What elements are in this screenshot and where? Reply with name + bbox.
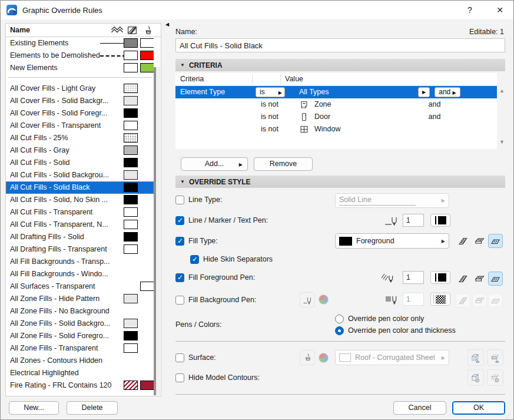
add-criteria-button[interactable]: Add... ▶ [181, 157, 248, 171]
list-item[interactable]: Fire Rating - FRL Contains 120 [6, 379, 154, 392]
criteria-row[interactable]: is not Zone and [175, 98, 497, 111]
line-type-checkbox[interactable] [175, 196, 184, 204]
list-item[interactable]: All Zone Fills - Hide Pattern [6, 293, 154, 305]
fill-background-pen-checkbox[interactable] [175, 296, 184, 305]
fill-swatch [124, 244, 138, 254]
panel-splitter-icon[interactable]: ◀ [165, 22, 169, 27]
rules-list-panel: Name Existing ElementsElements to be Dem… [5, 23, 161, 396]
list-item[interactable]: All Drafting Fills - Solid [6, 231, 154, 243]
pen-color-only-radio[interactable] [335, 315, 344, 323]
cut-fill-toggle[interactable] [456, 234, 470, 248]
list-item[interactable]: All Drafting Fills - Transparent [6, 243, 154, 256]
line-pen-color-button[interactable] [430, 214, 450, 227]
dropdown-arrow-icon: ▶ [278, 88, 282, 97]
fill-type-dropdown[interactable]: Foreground ▶ [335, 233, 449, 249]
list-item[interactable]: All Zone Fills - No Background [6, 305, 154, 318]
color-wheel-icon[interactable] [319, 295, 329, 305]
list-item[interactable]: All Cut Fills - Solid [6, 157, 154, 169]
list-item[interactable]: All Cut Fills - Solid, No Skin ... [6, 194, 154, 206]
scrollbar-thumb[interactable] [154, 67, 156, 395]
scroll-down-icon[interactable]: ▼ [499, 139, 505, 145]
surface-dropdown[interactable]: Roof - Corrugated Sheet M... ▶ [335, 350, 449, 365]
pen-color-thickness-radio[interactable] [335, 326, 344, 335]
list-item[interactable]: All Surfaces - Transparent [6, 280, 154, 293]
cover-fill-toggle[interactable] [472, 234, 487, 248]
list-item[interactable]: All Cover Fills - Transparent [6, 120, 154, 132]
list-item[interactable]: All Zone Fills - Solid Backgro... [6, 318, 154, 330]
drafting-fill-toggle[interactable] [488, 272, 503, 286]
scroll-up-icon[interactable]: ▲ [499, 88, 505, 94]
pen-icon [384, 215, 400, 227]
list-item[interactable]: All Cover Fills - Solid Foregr... [6, 107, 154, 120]
value-dropdown-button[interactable]: ▶ [418, 87, 430, 97]
surface-swatch [140, 381, 154, 390]
operator-dropdown[interactable]: is▶ [256, 87, 285, 97]
cover-fill-toggle[interactable] [472, 272, 487, 286]
list-item[interactable]: All Cut Fills - Gray [6, 144, 154, 157]
pen-color-thickness-option[interactable]: Override pen color and thickness [335, 325, 456, 336]
list-item-label: All Cover Fills - Light Gray [10, 82, 121, 95]
surface-brush-button[interactable] [300, 350, 315, 365]
list-item[interactable]: All Zone Fills - Solid Foregro... [6, 330, 154, 342]
delete-button[interactable]: Delete [67, 401, 118, 415]
ok-button[interactable]: OK [452, 401, 505, 415]
rules-list-scrollbar[interactable] [154, 67, 160, 395]
criteria-scrollbar[interactable]: ▲ ▼ [498, 73, 506, 149]
hide-skin-separators-checkbox[interactable] [190, 255, 199, 264]
line-marker-text-pen-label: Line / Marker / Text Pen: [188, 216, 268, 224]
resize-grip[interactable]: ⋰ [506, 412, 512, 418]
surface-checkbox[interactable] [175, 353, 184, 362]
cancel-button[interactable]: Cancel [393, 401, 446, 415]
rules-list: Existing ElementsElements to be Demolish… [6, 37, 154, 396]
rule-name-input[interactable] [175, 38, 505, 52]
list-item[interactable]: All Cover Fills - Solid Backgr... [6, 95, 154, 107]
color-wheel-icon[interactable] [319, 353, 329, 363]
cut-fill-toggle[interactable] [456, 272, 470, 286]
list-item[interactable]: All Cut Fills - Transparent [6, 206, 154, 219]
criteria-section-header[interactable]: ▼ CRITERIA [175, 59, 505, 71]
remove-criteria-button[interactable]: Remove [254, 157, 313, 171]
criteria-row[interactable]: is not Door and [175, 111, 497, 123]
fill-foreground-pen-color-button[interactable] [430, 271, 450, 284]
criteria-row[interactable]: is not Window [175, 123, 497, 135]
rules-list-header: Name [6, 24, 161, 37]
list-item-label: All Cover Fills - Solid Foregr... [10, 107, 121, 120]
divider [175, 341, 505, 342]
list-item[interactable]: All Cover Fills - Light Gray [6, 82, 154, 95]
list-item[interactable]: All Fill Backgrounds - Windo... [6, 268, 154, 280]
list-item[interactable]: Existing Elements [6, 37, 154, 49]
pen-color-only-option[interactable]: Override pen color only [335, 313, 424, 325]
line-type-dropdown[interactable]: Solid Line ▶ [335, 193, 449, 208]
fill-type-checkbox[interactable] [175, 237, 184, 246]
criteria-row[interactable]: Element Type is▶ All Types ▶ and ▶ [175, 86, 497, 98]
drafting-fill-toggle[interactable] [488, 234, 503, 248]
list-item[interactable]: Elements to be Demolished [6, 49, 154, 62]
cover-fill-toggle [472, 293, 487, 307]
close-button[interactable]: ✕ [488, 1, 512, 19]
fill-foreground-pen-number-input[interactable] [403, 271, 424, 284]
hide-model-contours-checkbox[interactable] [175, 373, 184, 382]
fill-foreground-pen-checkbox[interactable] [175, 273, 184, 282]
list-item[interactable]: All Cut Fills - Transparent, N... [6, 219, 154, 231]
logic-dropdown[interactable]: and ▶ [435, 87, 460, 97]
list-item[interactable]: All Cut Fills - Solid Black [6, 181, 154, 194]
list-item[interactable]: All Fill Backgrounds - Transp... [6, 256, 154, 268]
list-item[interactable]: New Elements [6, 62, 154, 74]
list-item[interactable]: All Zone Fills - Transparent [6, 342, 154, 355]
new-button[interactable]: New... [9, 401, 59, 415]
editable-count: Editable: 1 [469, 28, 504, 36]
pen-set-button[interactable] [300, 292, 315, 307]
list-item[interactable]: Electrical Highlighted [6, 367, 154, 379]
line-pen-number-input[interactable] [403, 214, 424, 227]
override-style-section-title: OVERRIDE STYLE [189, 178, 251, 186]
background-pattern-button[interactable] [430, 293, 450, 306]
list-item[interactable]: All Zones - Contours Hidden [6, 355, 154, 367]
collapse-triangle-icon: ▼ [180, 179, 185, 184]
list-item[interactable]: All Cut Fills - Solid Backgrou... [6, 169, 154, 181]
override-style-section-header[interactable]: ▼ OVERRIDE STYLE [175, 176, 505, 188]
drafting-fill-toggle [488, 293, 503, 307]
list-item-label: New Elements [10, 62, 121, 74]
help-button[interactable]: ? [457, 1, 482, 19]
list-item[interactable]: All Cut Fills - 25% [6, 132, 154, 144]
line-marker-text-pen-checkbox[interactable] [175, 216, 184, 225]
